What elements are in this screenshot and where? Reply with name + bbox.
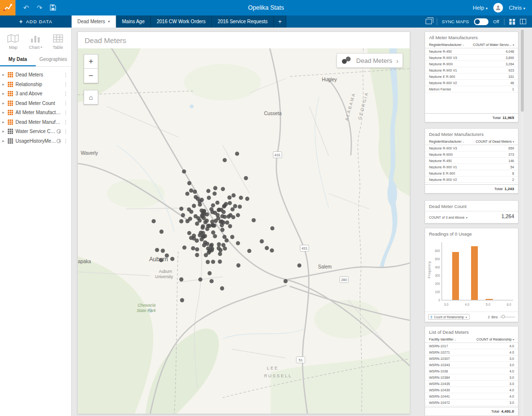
- dataset-item[interactable]: ▸ UsageHistoryMeterDe... ⋮: [0, 136, 71, 146]
- dataset-item[interactable]: ▸ Relationship ⋮: [0, 80, 71, 89]
- expand-caret-icon[interactable]: ▸: [2, 91, 8, 96]
- add-data-button[interactable]: + ADD DATA: [0, 15, 72, 28]
- table-row[interactable]: WSRN-10271 4.0: [425, 349, 518, 356]
- table-row[interactable]: Neptune R-900 V2 46: [425, 80, 518, 86]
- insights-logo[interactable]: [0, 0, 15, 15]
- table-row[interactable]: WSRN-10384 3.0: [425, 374, 518, 381]
- chevron-right-icon[interactable]: ›: [396, 57, 399, 64]
- page-tab[interactable]: Mains Age ▾: [116, 15, 151, 28]
- page-tab[interactable]: Dead Meters ▾: [72, 15, 116, 28]
- sync-maps-toggle[interactable]: [474, 18, 488, 25]
- table-row[interactable]: Neptune R-900 V2 2: [425, 177, 518, 183]
- table-row[interactable]: Metron Farnier 1: [425, 86, 518, 92]
- column-header-value[interactable]: COUNT of Relationship▾: [476, 338, 514, 341]
- expand-caret-icon[interactable]: ▸: [2, 129, 8, 134]
- dataset-item[interactable]: ▸ Dead Meters ⋮: [0, 70, 71, 80]
- save-icon[interactable]: [50, 4, 56, 12]
- table-row[interactable]: WSRN-1017 4.0: [425, 343, 518, 349]
- table-row[interactable]: WSRN-10472 3.0: [425, 400, 518, 406]
- scrollbar-thumb[interactable]: [521, 30, 524, 112]
- table-row[interactable]: Neptune R-900i 373: [425, 151, 518, 158]
- create-table-button[interactable]: Table: [47, 32, 69, 50]
- undo-icon[interactable]: ↶: [23, 4, 29, 11]
- table-row[interactable]: Neptune R-450 4,048: [425, 48, 518, 55]
- tab-my-data[interactable]: My Data: [0, 53, 36, 66]
- histogram-bar[interactable]: [471, 246, 478, 300]
- column-header-value[interactable]: COUNT of Dead Meters▾: [475, 140, 514, 143]
- table-row[interactable]: Neptune R-900 V3 3,890: [425, 55, 518, 61]
- map-canvas[interactable]: HARRISHugleyALABAMAGEORGIACussetaWaverly…: [78, 48, 410, 414]
- dataset-name[interactable]: Relationship: [15, 82, 63, 87]
- dataset-name[interactable]: Dead Meters: [15, 72, 63, 77]
- kebab-menu-icon[interactable]: ⋮: [63, 138, 69, 144]
- redo-icon[interactable]: ↷: [37, 4, 43, 11]
- create-chart-button[interactable]: Chart▾: [24, 32, 46, 50]
- dataset-name[interactable]: UsageHistoryMeterDe...: [15, 138, 57, 144]
- histogram-bar[interactable]: [486, 299, 493, 300]
- caret-down-icon[interactable]: ▾: [108, 19, 110, 24]
- card-stack-icon[interactable]: [426, 19, 432, 24]
- workbook-title[interactable]: Opelika Stats: [248, 4, 284, 11]
- dataset-item[interactable]: ▸ 3 and Above ⋮: [0, 89, 71, 99]
- kebab-menu-icon[interactable]: ⋮: [63, 82, 69, 87]
- expand-caret-icon[interactable]: ▸: [2, 73, 8, 77]
- expand-caret-icon[interactable]: ▸: [2, 139, 8, 143]
- usage-chart-plot[interactable]: 3.04.05.06.00100200300400500600: [442, 242, 513, 300]
- table-row[interactable]: WSRN-10307 3.0: [425, 356, 518, 362]
- expand-caret-icon[interactable]: ▸: [2, 110, 8, 115]
- table-row[interactable]: Neptune R-900 V3 659: [425, 145, 518, 151]
- kebab-menu-icon[interactable]: ⋮: [63, 129, 69, 134]
- column-header-field[interactable]: RegisterManufacturer↓: [429, 140, 464, 143]
- histogram-bar[interactable]: [452, 252, 459, 300]
- panel-scrollbar[interactable]: [521, 28, 524, 416]
- table-row[interactable]: Neptune R-450 146: [425, 158, 518, 164]
- dataset-item[interactable]: ▸ Water Service Connec... ⋮: [0, 127, 71, 136]
- basemap[interactable]: HARRISHugleyALABAMAGEORGIACussetaWaverly…: [78, 48, 410, 414]
- expand-caret-icon[interactable]: ▸: [2, 120, 8, 124]
- column-header-value[interactable]: COUNT of Water Servic...▾: [473, 43, 514, 46]
- page-tab[interactable]: 2016 Service Requests ▾: [212, 15, 274, 28]
- table-row[interactable]: Neptune R-900 V1 923: [425, 67, 518, 74]
- table-row[interactable]: Neptune E R-900 331: [425, 74, 518, 80]
- table-row[interactable]: WSRN-10441 4.0: [425, 393, 518, 400]
- tab-geographies[interactable]: Geographies: [36, 53, 72, 66]
- home-extent-button[interactable]: ⌂: [84, 90, 98, 104]
- kebab-menu-icon[interactable]: ⋮: [63, 119, 69, 125]
- column-header-field[interactable]: RegisterManufacturer↓: [429, 43, 464, 46]
- table-row[interactable]: WSRN-10343 3.0: [425, 362, 518, 368]
- table-row[interactable]: Neptune E R-900 8: [425, 170, 518, 177]
- dataset-name[interactable]: All Meter Manufacturers: [15, 110, 63, 115]
- table-row[interactable]: Neptune R-900 V1 54: [425, 164, 518, 170]
- help-menu[interactable]: Help▾: [473, 5, 488, 11]
- kebab-menu-icon[interactable]: ⋮: [63, 91, 69, 96]
- dataset-name[interactable]: Water Service Connec...: [15, 129, 57, 134]
- kebab-menu-icon[interactable]: ⋮: [63, 72, 69, 77]
- avatar[interactable]: [493, 3, 503, 13]
- slide-layout-icon[interactable]: [520, 19, 526, 24]
- grid-layout-icon[interactable]: [509, 19, 515, 25]
- expand-caret-icon[interactable]: ▸: [2, 101, 8, 105]
- table-row[interactable]: WSRN-10439 4.0: [425, 387, 518, 393]
- create-map-button[interactable]: Map: [2, 32, 24, 50]
- column-header-field[interactable]: Facility Identifier↓: [429, 338, 456, 341]
- zoom-in-button[interactable]: +: [84, 54, 98, 69]
- kebab-menu-icon[interactable]: ⋮: [63, 101, 69, 106]
- zoom-out-button[interactable]: −: [84, 69, 98, 83]
- dataset-name[interactable]: 3 and Above: [15, 91, 63, 96]
- dataset-name[interactable]: Dead Meter Manufacturers: [15, 119, 63, 125]
- dataset-item[interactable]: ▸ Dead Meter Count ⋮: [0, 99, 71, 108]
- table-row[interactable]: WSRN-10435 3.0: [425, 381, 518, 387]
- kebab-menu-icon[interactable]: ⋮: [63, 110, 69, 115]
- table-row[interactable]: WSRN-1036 4.0: [425, 368, 518, 374]
- user-menu[interactable]: Chris▾: [509, 5, 525, 11]
- kpi-field-selector[interactable]: COUNT of 3 and Above▾: [429, 216, 467, 219]
- table-row[interactable]: Neptune R-900i 3,264: [425, 61, 518, 67]
- page-tab[interactable]: 2016 CW Work Orders ▾: [151, 15, 212, 28]
- dataset-item[interactable]: ▸ All Meter Manufacturers ⋮: [0, 108, 71, 118]
- bins-slider[interactable]: [500, 317, 515, 317]
- add-page-tab[interactable]: +: [274, 15, 286, 28]
- dataset-name[interactable]: Dead Meter Count: [15, 101, 63, 106]
- bins-value[interactable]: 2: [488, 315, 490, 319]
- map-legend-card[interactable]: Dead Meters ›: [337, 53, 403, 68]
- expand-caret-icon[interactable]: ▸: [2, 82, 8, 87]
